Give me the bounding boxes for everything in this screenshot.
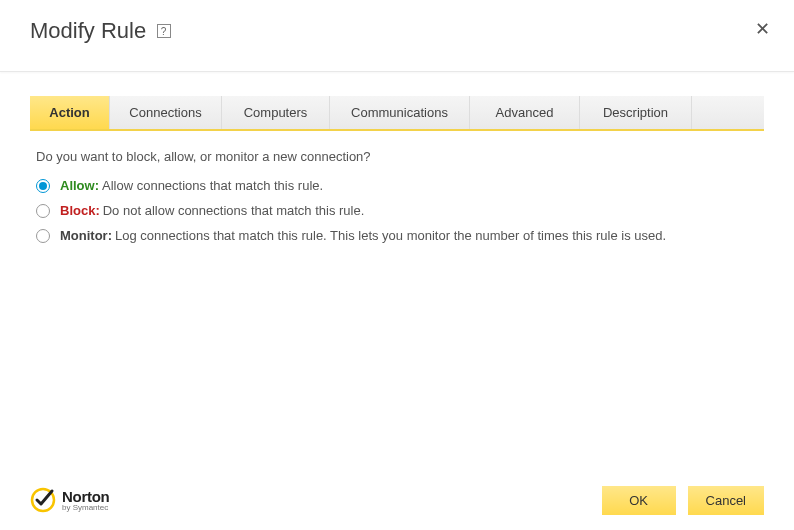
panel-prompt: Do you want to block, allow, or monitor …: [36, 149, 758, 164]
radio-icon: [36, 179, 50, 193]
brand-sub: by Symantec: [62, 504, 109, 512]
tab-connections[interactable]: Connections: [110, 96, 222, 129]
tab-communications[interactable]: Communications: [330, 96, 470, 129]
dialog-title: Modify Rule: [30, 18, 146, 44]
action-panel: Do you want to block, allow, or monitor …: [30, 131, 764, 243]
cancel-button[interactable]: Cancel: [688, 486, 764, 515]
dialog-header: Modify Rule ? ✕: [0, 0, 794, 72]
tab-filler: [692, 96, 764, 129]
brand-name: Norton: [62, 489, 109, 504]
tab-action[interactable]: Action: [30, 96, 110, 129]
radio-icon: [36, 204, 50, 218]
brand-text: Norton by Symantec: [62, 489, 109, 512]
close-icon[interactable]: ✕: [755, 18, 770, 40]
tab-advanced[interactable]: Advanced: [470, 96, 580, 129]
option-label: Monitor:: [60, 228, 112, 243]
ok-button[interactable]: OK: [602, 486, 676, 515]
radio-icon: [36, 229, 50, 243]
tab-computers[interactable]: Computers: [222, 96, 330, 129]
help-icon[interactable]: ?: [157, 24, 171, 38]
radio-option-block[interactable]: Block: Do not allow connections that mat…: [36, 203, 758, 218]
option-desc: Do not allow connections that match this…: [103, 203, 365, 218]
option-label: Block:: [60, 203, 100, 218]
option-desc: Allow connections that match this rule.: [102, 178, 323, 193]
footer-buttons: OK Cancel: [602, 486, 764, 515]
radio-option-allow[interactable]: Allow: Allow connections that match this…: [36, 178, 758, 193]
option-desc: Log connections that match this rule. Th…: [115, 228, 666, 243]
dialog-body: Action Connections Computers Communicati…: [0, 72, 794, 243]
tab-description[interactable]: Description: [580, 96, 692, 129]
brand-logo: Norton by Symantec: [30, 487, 109, 513]
brand-checkmark-icon: [30, 487, 56, 513]
dialog-footer: Norton by Symantec OK Cancel: [0, 470, 794, 530]
radio-option-monitor[interactable]: Monitor: Log connections that match this…: [36, 228, 758, 243]
tab-bar: Action Connections Computers Communicati…: [30, 96, 764, 131]
option-label: Allow:: [60, 178, 99, 193]
